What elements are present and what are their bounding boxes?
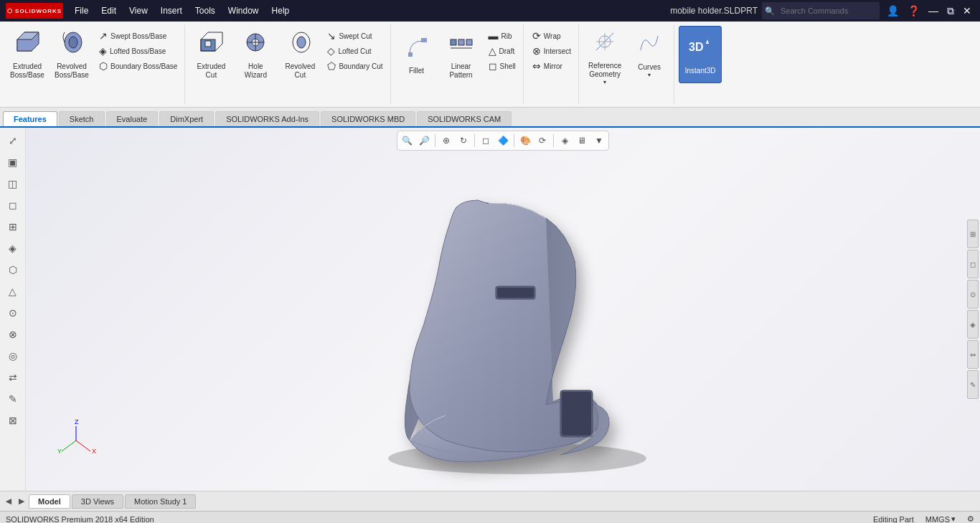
tab-features[interactable]: Features [3,111,57,126]
tab-evaluate[interactable]: Evaluate [106,111,159,126]
vp-views[interactable]: ◈ [557,133,573,149]
vp-display-style[interactable]: 🔷 [495,133,511,149]
edge-btn-2[interactable]: ◻ [967,250,979,278]
boundary-boss-button[interactable]: ⬡ Boundary Boss/Base [95,59,182,73]
rib-button[interactable]: ▬ Rib [484,29,520,43]
sidebar-btn-6[interactable]: ◈ [3,238,23,258]
user-icon[interactable]: 👤 [884,4,902,18]
sidebar-btn-1[interactable]: ⤢ [3,131,23,151]
extruded-boss-button[interactable]: ExtrudedBoss/Base [6,26,49,83]
vp-render[interactable]: 🎨 [517,133,533,149]
intersect-button[interactable]: ⊗ Intersect [528,44,575,58]
vp-box-zoom[interactable]: ⊕ [438,133,454,149]
svg-rect-7 [205,41,211,47]
search-input[interactable] [776,4,877,18]
vp-sep-1 [435,134,435,147]
sidebar-btn-10[interactable]: ⊗ [3,324,23,344]
instant3d-button[interactable]: 3D Instant3D [679,26,722,83]
sidebar-btn-13[interactable]: ✎ [3,389,23,409]
boundary-cut-button[interactable]: ⬠ Boundary Cut [323,59,387,73]
reference-geometry-dropdown[interactable]: ▾ [603,79,606,86]
nav-back[interactable]: ◀ [3,496,14,507]
edge-btn-3[interactable]: ⊙ [967,280,979,308]
curves-dropdown[interactable]: ▾ [648,72,651,79]
menu-tools[interactable]: Tools [189,4,221,17]
tab-sketch[interactable]: Sketch [59,111,105,126]
shell-button[interactable]: ◻ Shell [484,59,520,73]
editing-mode: Editing Part [873,515,914,524]
vp-zoom-out[interactable]: 🔎 [416,133,432,149]
curves-button[interactable]: Curves ▾ [628,26,671,83]
nav-forward[interactable]: ▶ [16,496,27,507]
sidebar-btn-14[interactable]: ⊠ [3,410,23,430]
viewport[interactable]: 🔍 🔎 ⊕ ↻ ◻ 🔷 🎨 ⟳ ◈ 🖥 ▼ [26,128,980,491]
menu-view[interactable]: View [123,4,154,17]
tab-addins[interactable]: SOLIDWORKS Add-Ins [215,111,319,126]
vp-zoom-in[interactable]: 🔍 [399,133,415,149]
minimize-icon[interactable]: — [925,4,941,18]
extruded-boss-icon [14,29,40,61]
draft-button[interactable]: △ Draft [484,44,520,58]
settings-icon[interactable]: ⚙ [967,514,974,523]
units-arrow[interactable]: ▾ [951,514,956,523]
sidebar-btn-8[interactable]: △ [3,281,23,301]
tab-mbd[interactable]: SOLIDWORKS MBD [321,111,415,126]
lofted-boss-button[interactable]: ◈ Lofted Boss/Base [95,44,182,58]
vp-section[interactable]: ◻ [478,133,494,149]
vp-monitor[interactable]: 🖥 [574,133,590,149]
close-icon[interactable]: ✕ [960,4,974,18]
lofted-cut-button[interactable]: ◇ Lofted Cut [323,44,387,58]
edge-btn-6[interactable]: ✎ [967,370,979,399]
extruded-cut-button[interactable]: ExtrudedCut [189,26,232,83]
sidebar-btn-11[interactable]: ◎ [3,346,23,366]
help-icon[interactable]: ❓ [905,4,923,18]
edge-btn-4[interactable]: ◈ [967,310,979,339]
btab-motion[interactable]: Motion Study 1 [125,494,196,509]
sidebar-btn-4[interactable]: ◻ [3,195,23,215]
menu-edit[interactable]: Edit [95,4,122,17]
vp-scene[interactable]: ⟳ [534,133,550,149]
reference-geometry-button[interactable]: ReferenceGeometry ▾ [583,26,626,88]
btab-3dviews[interactable]: 3D Views [72,494,123,509]
document-title: mobile holder.SLDPRT [670,6,758,16]
feature-tabs: Features Sketch Evaluate DimXpert SOLIDW… [0,108,980,128]
tab-dimxpert[interactable]: DimXpert [159,111,214,126]
revolved-cut-button[interactable]: RevolvedCut [278,26,321,83]
sidebar-btn-7[interactable]: ⬡ [3,260,23,280]
curves-icon [636,30,662,62]
ribbon-group-features: Fillet LinearPattern ▬ Rib [392,24,524,104]
menu-window[interactable]: Window [222,4,265,17]
sidebar-btn-12[interactable]: ⇄ [3,367,23,387]
revolved-boss-button[interactable]: RevolvedBoss/Base [50,26,93,83]
3d-model [324,161,682,491]
menu-insert[interactable]: Insert [155,4,188,17]
revolved-cut-icon [287,29,313,61]
bottom-tabs: ◀ ▶ Model 3D Views Motion Study 1 [0,491,980,511]
menu-file[interactable]: File [69,4,94,17]
sidebar-btn-3[interactable]: ◫ [3,174,23,194]
sidebar-btn-5[interactable]: ⊞ [3,217,23,237]
vp-rotate[interactable]: ↻ [456,133,471,149]
restore-icon[interactable]: ⧉ [944,4,957,19]
svg-rect-18 [466,39,472,45]
btab-model[interactable]: Model [29,494,70,509]
vp-more[interactable]: ▼ [591,133,607,149]
sidebar-btn-9[interactable]: ⊙ [3,303,23,323]
linear-pattern-button[interactable]: LinearPattern [440,26,483,83]
edge-btn-5[interactable]: ⇔ [967,340,979,369]
units-dropdown[interactable]: MMGS ▾ [925,514,956,523]
mirror-button[interactable]: ⇔ Mirror [528,59,575,73]
svg-point-4 [69,37,77,48]
swept-cut-button[interactable]: ↘ Swept Cut [323,29,387,43]
sidebar-btn-2[interactable]: ▣ [3,152,23,172]
tab-cam[interactable]: SOLIDWORKS CAM [417,111,512,126]
fillet-button[interactable]: Fillet [395,26,438,83]
swept-cut-label: Swept Cut [339,32,372,40]
swept-boss-button[interactable]: ↗ Swept Boss/Base [95,29,182,43]
boundary-boss-label: Boundary Boss/Base [110,62,177,70]
hole-wizard-button[interactable]: HoleWizard [234,26,277,83]
wrap-button[interactable]: ⟳ Wrap [528,29,575,43]
menu-help[interactable]: Help [266,4,296,17]
edge-btn-1[interactable]: ⊞ [967,220,979,248]
status-bar: SOLIDWORKS Premium 2018 x64 Edition Edit… [0,511,980,523]
